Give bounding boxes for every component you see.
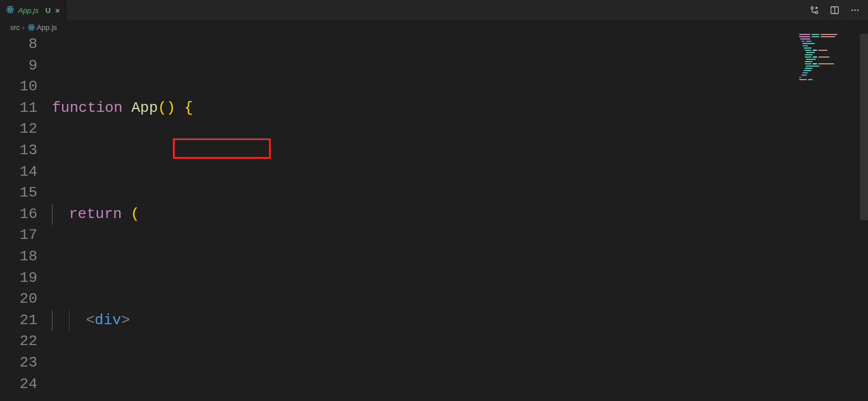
line-number: 17 [0,225,50,246]
close-tab-button[interactable]: × [55,6,60,15]
line-number: 19 [0,268,50,289]
line-number: 20 [0,289,50,310]
svg-point-11 [31,27,32,28]
tab-filename: App.js [18,6,38,15]
compare-changes-icon[interactable] [808,4,821,16]
svg-point-5 [815,11,818,14]
code-content[interactable]: function App() { return ( <div> <MainHea… [52,34,868,401]
vertical-scrollbar[interactable] [860,34,868,401]
keyword: return [69,206,122,223]
line-number: 16 [0,204,50,225]
code-editor[interactable]: 8 9 10 11 12 13 14 15 16 17 18 19 20 21 … [0,34,868,401]
tabs-container: App.js U × [0,0,66,20]
line-number: 22 [0,331,50,352]
svg-point-9 [854,10,856,11]
line-number: 8 [0,34,50,55]
split-editor-icon[interactable] [828,4,841,16]
breadcrumb-folder[interactable]: src [10,23,20,32]
line-number: 21 [0,310,50,332]
svg-point-10 [857,10,859,11]
jsx-element: div [95,312,121,329]
keyword: function [52,99,123,116]
svg-point-4 [811,7,813,9]
tab-actions [808,0,868,20]
line-number: 23 [0,352,50,374]
breadcrumb-file[interactable]: App.js [37,23,57,32]
line-number: 10 [0,76,50,98]
line-number: 15 [0,182,50,204]
line-number: 24 [0,374,50,395]
react-icon [27,23,36,32]
line-number-gutter: 8 9 10 11 12 13 14 15 16 17 18 19 20 21 … [0,34,52,401]
tab-app-js[interactable]: App.js U × [0,0,66,20]
git-status-badge: U [45,6,50,15]
line-number: 14 [0,162,50,183]
more-actions-icon[interactable] [849,4,861,16]
svg-point-0 [10,8,11,10]
function-name: App [131,99,158,116]
breadcrumb[interactable]: src › App.js [0,20,868,34]
line-number: 9 [0,55,50,77]
react-icon [6,5,15,16]
scrollbar-thumb[interactable] [860,34,868,220]
line-number: 18 [0,246,50,268]
tab-bar: App.js U × [0,0,868,20]
breadcrumb-separator: › [22,23,24,32]
line-number: 11 [0,98,50,119]
svg-point-8 [852,10,853,11]
line-number: 12 [0,119,50,140]
line-number: 13 [0,140,50,162]
